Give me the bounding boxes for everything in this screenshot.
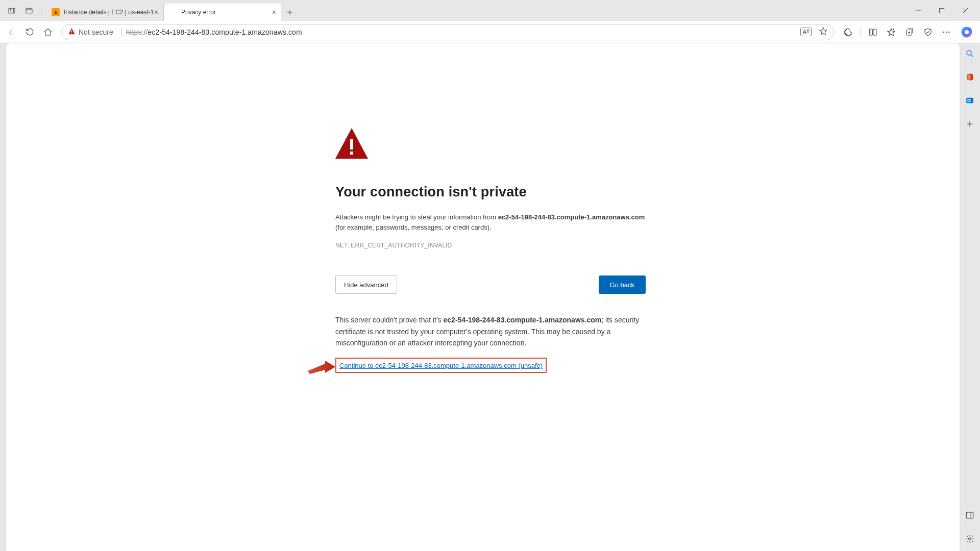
annotation-arrow-icon — [307, 360, 335, 375]
tab-title: Privacy error — [181, 9, 216, 16]
tab-aws[interactable]: a Instance details | EC2 | us-east-1 × — [46, 4, 164, 21]
refresh-button[interactable] — [20, 23, 39, 41]
site-security-indicator[interactable]: Not secure — [68, 28, 113, 37]
collections-icon[interactable] — [900, 23, 919, 41]
tab-actions-icon[interactable] — [20, 2, 38, 19]
svg-rect-0 — [26, 8, 32, 13]
svg-rect-3 — [71, 33, 72, 33]
favorites-icon[interactable] — [882, 23, 900, 41]
hide-advanced-button[interactable]: Hide advanced — [335, 276, 397, 294]
svg-point-8 — [946, 31, 947, 32]
toolbar-divider — [860, 27, 861, 37]
svg-point-14 — [968, 99, 970, 101]
aws-favicon-icon: a — [52, 8, 60, 16]
tab-strip: a Instance details | EC2 | us-east-1 × P… — [46, 0, 299, 21]
svg-rect-17 — [350, 139, 353, 149]
split-screen-icon[interactable] — [864, 23, 882, 41]
home-button[interactable] — [39, 23, 57, 41]
warning-paragraph: Attackers might be trying to steal your … — [335, 212, 646, 233]
address-bar[interactable]: Not secure https://ec2-54-198-244-83.com… — [61, 24, 835, 40]
titlebar-divider — [41, 6, 41, 16]
profile-icon[interactable] — [3, 2, 20, 19]
svg-rect-15 — [966, 512, 973, 518]
svg-rect-2 — [71, 30, 72, 32]
close-icon[interactable]: × — [272, 8, 276, 16]
outlook-icon[interactable] — [963, 93, 977, 108]
svg-point-9 — [948, 31, 949, 32]
page-viewport: Your connection isn't private Attackers … — [6, 43, 960, 551]
maximize-button[interactable] — [930, 2, 953, 19]
tab-title: Instance details | EC2 | us-east-1 — [64, 9, 154, 16]
svg-point-10 — [965, 30, 969, 34]
edge-sidebar — [960, 43, 980, 551]
svg-rect-1 — [940, 8, 944, 13]
svg-point-16 — [969, 538, 971, 540]
toolbar: Not secure https://ec2-54-198-244-83.com… — [0, 21, 980, 43]
hide-sidebar-icon[interactable] — [963, 508, 977, 522]
continue-unsafe-link[interactable]: Continue to ec2-54-198-244-83.compute-1.… — [339, 362, 543, 369]
new-tab-button[interactable] — [281, 4, 299, 21]
address-separator — [121, 28, 122, 36]
office-icon[interactable] — [963, 70, 977, 84]
minimize-button[interactable] — [906, 2, 930, 19]
back-button[interactable] — [2, 23, 20, 41]
detail-paragraph: This server couldn't prove that it's ec2… — [335, 314, 646, 348]
svg-rect-5 — [873, 29, 876, 35]
search-icon[interactable] — [963, 46, 977, 61]
svg-rect-18 — [350, 152, 353, 155]
url-text: https://ec2-54-198-244-83.compute-1.amaz… — [126, 28, 302, 36]
svg-point-11 — [967, 51, 971, 55]
settings-icon[interactable] — [963, 532, 977, 546]
close-window-button[interactable] — [953, 2, 977, 19]
read-aloud-icon[interactable]: A)) — [800, 28, 812, 36]
copilot-icon[interactable] — [959, 24, 975, 40]
toolbar-right — [839, 23, 978, 41]
svg-rect-4 — [869, 29, 872, 35]
browser-essentials-icon[interactable] — [919, 23, 937, 41]
error-heading: Your connection isn't private — [335, 184, 646, 200]
tab-privacy-error[interactable]: Privacy error × — [164, 4, 281, 21]
go-back-button[interactable]: Go back — [599, 276, 646, 294]
not-secure-icon — [68, 28, 76, 37]
continue-highlight-box: Continue to ec2-54-198-244-83.compute-1.… — [335, 358, 547, 373]
extensions-icon[interactable] — [839, 23, 857, 41]
titlebar: a Instance details | EC2 | us-east-1 × P… — [0, 0, 980, 21]
svg-point-7 — [943, 31, 944, 32]
warning-triangle-icon — [335, 128, 646, 161]
add-sidebar-app-icon[interactable] — [963, 117, 977, 131]
not-secure-label: Not secure — [79, 28, 113, 36]
button-row: Hide advanced Go back — [335, 276, 646, 294]
more-icon[interactable] — [937, 23, 955, 41]
error-content: Your connection isn't private Attackers … — [335, 128, 646, 373]
window-controls — [906, 2, 977, 19]
favorite-icon[interactable] — [819, 27, 828, 37]
error-code: NET::ERR_CERT_AUTHORITY_INVALID — [335, 242, 646, 249]
close-icon[interactable]: × — [154, 8, 158, 16]
blank-favicon-icon — [169, 8, 177, 16]
